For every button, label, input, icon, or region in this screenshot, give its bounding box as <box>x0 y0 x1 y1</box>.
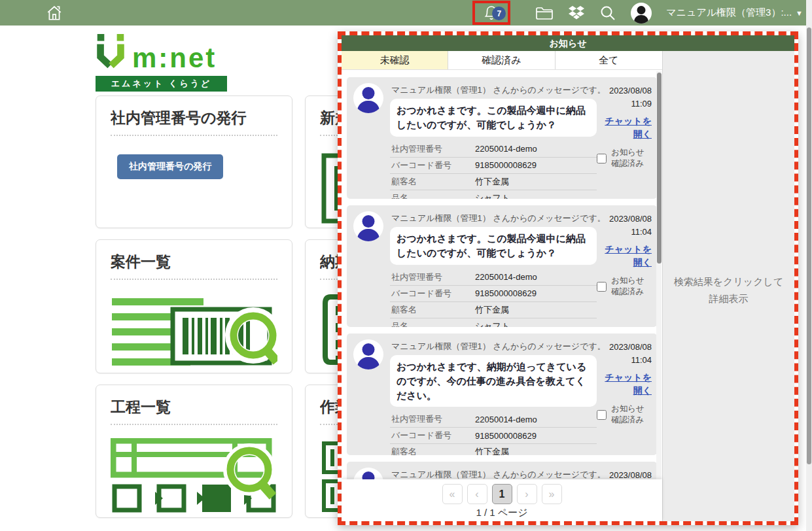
table-row: 顧客名竹下金属 <box>390 173 597 190</box>
card-project-list[interactable]: 案件一覧 <box>96 239 292 373</box>
table-row: バーコード番号9185000008629 <box>390 157 597 173</box>
notification-bell-highlight-box: 7 <box>472 1 510 25</box>
message-bubble: おつかれさまです、納期が迫ってきているのですが、今の仕事の進み具合を教えてくださ… <box>390 355 597 407</box>
confirm-checkbox[interactable] <box>597 282 607 292</box>
mnet-logo-mark-icon <box>96 34 126 71</box>
notification-item[interactable]: マニュアル権限（管理1） さんからのメッセージです。 おつかれさまです。この製品… <box>347 205 657 327</box>
issue-number-button[interactable]: 社内管理番号の発行 <box>117 154 223 179</box>
notification-item[interactable]: マニュアル権限（管理1） さんからのメッセージです。 おつかれさまです。この製品… <box>347 77 657 199</box>
notification-item[interactable]: マニュアル権限（管理1） さんからのメッセージです。 おつかれさまです、納期が迫… <box>347 334 657 455</box>
barcode-search-icon <box>111 293 277 370</box>
list-scrollbar[interactable] <box>656 71 662 502</box>
notification-date: 2023/08/08 <box>597 341 652 354</box>
page-summary: 1 / 1 ページ <box>342 507 662 519</box>
card-title: 社内管理番号の発行 <box>111 108 277 128</box>
last-page-button[interactable]: » <box>542 484 562 504</box>
app-logo: m:net エムネット くらうど <box>96 34 227 92</box>
detail-placeholder-text: 検索結果をクリックして 詳細表示 <box>663 273 794 307</box>
page-scrollbar[interactable] <box>806 0 812 531</box>
open-chat-link[interactable]: チャットを開く <box>603 371 652 397</box>
table-row: 顧客名竹下金属 <box>390 301 597 318</box>
detail-fields-table: 社内管理番号22050014-demo バーコード番号9185000008629… <box>390 411 597 455</box>
card-title: 案件一覧 <box>111 252 277 272</box>
table-row: 社内管理番号22050014-demo <box>390 411 597 428</box>
table-row: 社内管理番号22050014-demo <box>390 269 597 286</box>
sender-line: マニュアル権限（管理1） さんからのメッセージです。 <box>391 84 597 96</box>
notification-time: 11:04 <box>597 226 652 239</box>
table-row: バーコード番号9185000008629 <box>390 285 597 301</box>
home-icon[interactable] <box>46 5 63 22</box>
brand-tagline: エムネット くらうど <box>96 76 227 92</box>
table-row: 社内管理番号22050014-demo <box>390 141 597 158</box>
tab-unconfirmed[interactable]: 未確認 <box>342 51 448 69</box>
tab-all[interactable]: 全て <box>556 51 662 69</box>
open-chat-link[interactable]: チャットを開く <box>603 243 652 269</box>
notification-count-badge: 7 <box>492 7 506 20</box>
confirm-checkbox[interactable] <box>597 154 607 163</box>
notification-list: マニュアル権限（管理1） さんからのメッセージです。 おつかれさまです。この製品… <box>342 71 662 521</box>
sender-line: マニュアル権限（管理1） さんからのメッセージです。 <box>391 213 597 224</box>
current-page-button[interactable]: 1 <box>492 484 512 504</box>
folder-icon[interactable] <box>535 5 554 21</box>
notification-list-column: 未確認 確認済み 全て マニュアル権限（管理1） さんからのメッセージです。 お… <box>342 51 662 521</box>
table-row: 顧客名竹下金属 <box>390 444 597 455</box>
notification-date: 2023/08/08 <box>597 84 652 97</box>
tab-confirmed[interactable]: 確認済み <box>448 51 555 69</box>
confirm-checkbox-label: お知らせ確認済み <box>611 147 652 169</box>
notification-tabs: 未確認 確認済み 全て <box>342 51 662 70</box>
topbar: 7 マニュアル権限（管理3）:... ▼ <box>0 0 812 26</box>
hamburger-menu-icon[interactable] <box>11 7 28 19</box>
notifications-panel: お知らせ 未確認 確認済み 全て マニュアル権限（管理1） さんからのメッセージ… <box>338 31 798 525</box>
card-title: 工程一覧 <box>111 397 277 417</box>
notification-time: 11:04 <box>597 354 652 367</box>
card-process-list[interactable]: 工程一覧 <box>96 385 292 518</box>
detail-fields-table: 社内管理番号22050014-demo バーコード番号9185000008629… <box>390 269 597 328</box>
prev-page-button[interactable]: ‹ <box>467 484 487 504</box>
open-chat-link[interactable]: チャットを開く <box>603 115 652 141</box>
process-flow-search-icon <box>111 438 277 518</box>
detail-column: 検索結果をクリックして 詳細表示 <box>662 51 794 521</box>
table-row: 品名シャフト <box>390 318 597 327</box>
next-page-button[interactable]: › <box>517 484 537 504</box>
sender-avatar-icon <box>353 339 383 369</box>
message-bubble: おつかれさまです。この製品今週中に納品したいのですが、可能でしょうか？ <box>390 227 597 265</box>
chevron-down-icon[interactable]: ▼ <box>796 9 803 17</box>
pagination-footer: « ‹ 1 › » 1 / 1 ページ <box>342 479 662 521</box>
first-page-button[interactable]: « <box>442 484 463 504</box>
sender-avatar-icon <box>353 83 383 113</box>
confirm-checkbox[interactable] <box>597 410 607 420</box>
confirm-checkbox-label: お知らせ確認済み <box>611 275 652 298</box>
table-row: 品名シャフト <box>390 190 597 199</box>
notification-time: 11:09 <box>597 97 652 111</box>
user-avatar[interactable] <box>631 3 652 24</box>
panel-title: お知らせ <box>342 35 794 51</box>
dropbox-icon[interactable] <box>568 5 585 21</box>
brand-name: m:net <box>132 46 217 71</box>
card-issue-number[interactable]: 社内管理番号の発行 社内管理番号の発行 <box>96 95 292 228</box>
message-bubble: おつかれさまです。この製品今週中に納品したいのですが、可能でしょうか？ <box>390 99 597 137</box>
search-icon[interactable] <box>599 5 616 22</box>
sender-avatar-icon <box>353 211 383 241</box>
detail-fields-table: 社内管理番号22050014-demo バーコード番号9185000008629… <box>390 141 597 199</box>
notification-date: 2023/08/08 <box>597 213 652 226</box>
user-role-label: マニュアル権限（管理3）:... <box>666 7 792 19</box>
confirm-checkbox-label: お知らせ確認済み <box>611 403 652 426</box>
sender-line: マニュアル権限（管理1） さんからのメッセージです。 <box>391 341 597 352</box>
table-row: バーコード番号9185000008629 <box>390 428 597 444</box>
